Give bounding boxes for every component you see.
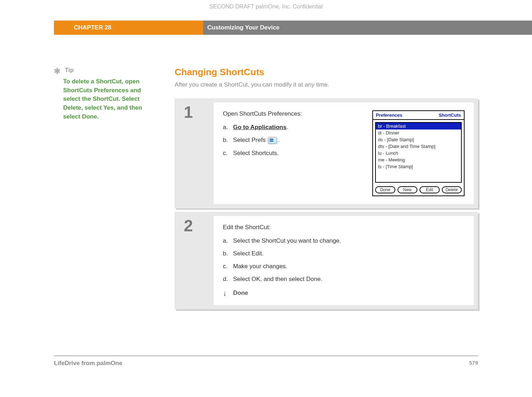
palm-item: ts - [Time Stamp] <box>376 163 461 170</box>
step-2c: c. Make your changes. <box>223 263 465 270</box>
step-1b: b. Select Prefs . <box>223 137 362 144</box>
step-1: 1 Open ShortCuts Preferences: a. Go to A… <box>175 98 478 208</box>
main-content: Changing ShortCuts After you create a Sh… <box>175 67 478 313</box>
step-2d: d. Select OK, and then select Done. <box>223 276 465 283</box>
step-2a: a. Select the ShortCut you want to chang… <box>223 237 465 244</box>
step-2-number: 2 <box>175 212 214 309</box>
done-indicator: ↓ Done <box>223 289 465 297</box>
step-1-number: 1 <box>175 98 214 208</box>
tip-body: To delete a ShortCut, open ShortCuts Pre… <box>63 77 153 121</box>
footer-product: LifeDrive from palmOne <box>54 360 122 367</box>
step-1c: c. Select Shortcuts. <box>223 150 362 157</box>
palm-screenshot: Preferences ShortCuts br - Breakfast di … <box>372 110 465 196</box>
palm-item: ds - [Date Stamp] <box>376 136 461 143</box>
palm-edit-button: Edit <box>419 186 440 193</box>
chapter-label: CHAPTER 28 <box>54 21 203 35</box>
prefs-icon <box>268 137 277 144</box>
chapter-title: Customizing Your Device <box>203 21 532 35</box>
palm-item-selected: br - Breakfast <box>376 123 461 129</box>
down-arrow-icon: ↓ <box>223 289 229 297</box>
footer-page-number: 579 <box>469 360 478 367</box>
palm-title-right: ShortCuts <box>439 112 461 118</box>
section-intro: After you create a ShortCut, you can mod… <box>175 81 478 88</box>
step-2-lead: Edit the ShortCut: <box>223 224 465 231</box>
tip-sidebar: ✱ Tip To delete a ShortCut, open ShortCu… <box>54 67 153 313</box>
palm-item: dts - [Date and Time Stamp] <box>376 143 461 150</box>
section-heading: Changing ShortCuts <box>175 67 478 78</box>
confidential-header: SECOND DRAFT palmOne, Inc. Confidential <box>0 0 532 21</box>
page-footer: LifeDrive from palmOne 579 <box>54 355 478 367</box>
step-2: 2 Edit the ShortCut: a. Select the Short… <box>175 212 478 309</box>
palm-item: me - Meeting <box>376 156 461 163</box>
step-1-lead: Open ShortCuts Preferences: <box>223 110 362 117</box>
step-2b: b. Select Edit. <box>223 250 465 257</box>
palm-title-left: Preferences <box>376 112 402 118</box>
palm-shortcut-list: br - Breakfast di - Dinner ds - [Date St… <box>375 122 462 183</box>
go-to-applications-link[interactable]: Go to Applications <box>233 124 286 131</box>
palm-item: di - Dinner <box>376 129 461 136</box>
chapter-banner: CHAPTER 28 Customizing Your Device <box>0 21 532 35</box>
palm-delete-button: Delete <box>442 186 462 193</box>
palm-new-button: New <box>397 186 418 193</box>
tip-label: Tip <box>65 67 73 73</box>
step-1a: a. Go to Applications. <box>223 124 362 131</box>
asterisk-icon: ✱ <box>54 67 63 76</box>
palm-item: lu - Lunch <box>376 150 461 156</box>
palm-done-button: Done <box>375 186 395 193</box>
